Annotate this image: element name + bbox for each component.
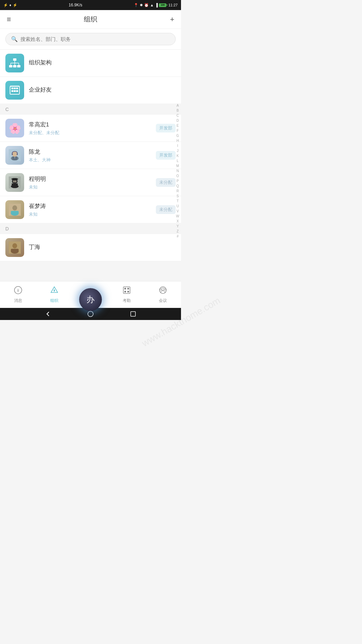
alpha-y[interactable]: Y — [175, 224, 180, 229]
alpha-a[interactable]: A — [175, 103, 180, 108]
ding-name: 丁海 — [29, 243, 176, 251]
add-button[interactable]: + — [170, 15, 174, 24]
signal-bars: ▐ — [155, 3, 158, 7]
svg-point-52 — [164, 289, 166, 290]
svg-point-53 — [88, 311, 93, 317]
alpha-v[interactable]: V — [175, 209, 180, 214]
avatar-ding — [5, 238, 24, 257]
search-input[interactable] — [20, 36, 170, 42]
alpha-#[interactable]: # — [175, 234, 180, 239]
alpha-i[interactable]: I — [175, 144, 180, 148]
list-item-cui[interactable]: 崔梦涛 未知 未分配 — [0, 196, 181, 223]
svg-rect-0 — [13, 58, 16, 61]
alpha-s[interactable]: S — [175, 194, 180, 199]
alpha-o[interactable]: O — [175, 174, 180, 178]
alpha-m[interactable]: M — [175, 164, 180, 168]
list-item-cheng[interactable]: 程明明 未知 未分配 — [0, 169, 181, 196]
header: ≡ 组织 + — [0, 10, 181, 29]
alpha-g[interactable]: G — [175, 133, 180, 138]
org-structure-info: 组织架构 — [29, 59, 176, 68]
svg-rect-38 — [11, 249, 18, 252]
page-title: 组织 — [84, 15, 97, 24]
battery-level: 100 — [161, 4, 165, 6]
chang-name: 常高宏1 — [29, 121, 156, 128]
nav-item-meeting[interactable]: 会议 — [145, 286, 181, 304]
alpha-t[interactable]: T — [175, 199, 180, 204]
svg-rect-3 — [17, 65, 20, 67]
corp-friends-info: 企业好友 — [29, 86, 176, 95]
time-display: 11:27 — [168, 3, 178, 7]
list-item-chang[interactable]: 🌸 常高宏1 未分配、未分配 开发部 — [0, 115, 181, 142]
alpha-b[interactable]: B — [175, 108, 180, 113]
org-icon — [50, 286, 59, 297]
alpha-c[interactable]: C — [175, 113, 180, 118]
alpha-j[interactable]: J — [175, 149, 180, 153]
org-structure-name: 组织架构 — [29, 59, 176, 66]
home-button[interactable] — [86, 310, 95, 318]
alpha-x[interactable]: X — [175, 219, 180, 224]
cui-name: 崔梦涛 — [29, 202, 156, 210]
contact-list: ABCDEFGHIJKLMNOPQRSTUVWXYZ# 组织架构 — [0, 50, 181, 281]
avatar-chang: 🌸 — [5, 119, 24, 138]
cui-sub: 未知 — [29, 211, 156, 217]
alpha-q[interactable]: Q — [175, 184, 180, 189]
status-bar: ⚡ ♦ ⚡ 16.9K/s 📍 ✱ ⏰ ▲ ▐ 100 11:27 — [0, 0, 181, 10]
alpha-w[interactable]: W — [175, 214, 180, 219]
alpha-n[interactable]: N — [175, 169, 180, 173]
search-icon: 🔍 — [11, 36, 18, 42]
search-bar[interactable]: 🔍 — [5, 33, 176, 45]
section-header-d: D — [0, 223, 181, 234]
list-item-chen[interactable]: 陈龙 本土、大神 开发部 — [0, 142, 181, 169]
svg-rect-12 — [16, 88, 18, 89]
menu-button[interactable]: ≡ — [7, 15, 11, 24]
alarm-icon: ⏰ — [144, 3, 149, 7]
fab-button[interactable]: 办 — [79, 288, 102, 311]
nav-item-messages[interactable]: ii 消息 — [0, 286, 36, 304]
svg-point-32 — [12, 205, 17, 210]
alpha-f[interactable]: F — [175, 128, 180, 133]
alpha-u[interactable]: U — [175, 204, 180, 209]
back-button[interactable] — [44, 310, 52, 318]
svg-rect-47 — [124, 291, 126, 292]
alpha-l[interactable]: L — [175, 159, 180, 163]
attendance-icon — [122, 286, 131, 297]
chen-dept-badge: 开发部 — [156, 151, 176, 160]
usb2-icon: ⚡ — [13, 3, 17, 7]
svg-point-42 — [54, 290, 55, 291]
cheng-sub: 未知 — [29, 184, 156, 190]
alpha-z[interactable]: Z — [175, 229, 180, 234]
svg-rect-27 — [13, 178, 17, 180]
svg-point-50 — [162, 288, 164, 290]
ding-info: 丁海 — [29, 243, 176, 252]
svg-rect-34 — [11, 211, 18, 214]
alpha-k[interactable]: K — [175, 154, 180, 158]
alpha-d[interactable]: D — [175, 118, 180, 123]
svg-rect-15 — [16, 90, 18, 92]
chen-info: 陈龙 本土、大神 — [29, 148, 156, 163]
svg-text:ii: ii — [17, 288, 19, 293]
wifi-icon: ▲ — [150, 3, 154, 7]
location-icon: 📍 — [134, 3, 138, 7]
nav-item-org[interactable]: 组织 — [36, 286, 72, 304]
list-item-org-structure[interactable]: 组织架构 — [0, 50, 181, 77]
alpha-h[interactable]: H — [175, 139, 180, 143]
alpha-r[interactable]: R — [175, 189, 180, 194]
list-item-corp-friends[interactable]: 企业好友 — [0, 77, 181, 104]
chang-dept-badge: 开发部 — [156, 124, 176, 132]
chang-sub: 未分配、未分配 — [29, 130, 156, 136]
attendance-label: 考勤 — [123, 298, 131, 304]
bluetooth-icon: ✱ — [140, 3, 143, 7]
alpha-index: ABCDEFGHIJKLMNOPQRSTUVWXYZ# — [175, 103, 180, 239]
svg-rect-44 — [123, 287, 130, 293]
svg-rect-11 — [14, 88, 16, 89]
status-left: ⚡ ♦ ⚡ — [3, 3, 17, 7]
list-item-ding[interactable]: 丁海 — [0, 234, 181, 261]
alpha-e[interactable]: E — [175, 123, 180, 128]
svg-rect-23 — [17, 153, 18, 155]
svg-rect-48 — [127, 291, 129, 292]
recent-button[interactable] — [129, 310, 137, 318]
svg-rect-2 — [13, 65, 16, 67]
alpha-p[interactable]: P — [175, 179, 180, 183]
cui-dept-badge: 未分配 — [156, 205, 176, 214]
nav-item-attendance[interactable]: 考勤 — [109, 286, 145, 304]
